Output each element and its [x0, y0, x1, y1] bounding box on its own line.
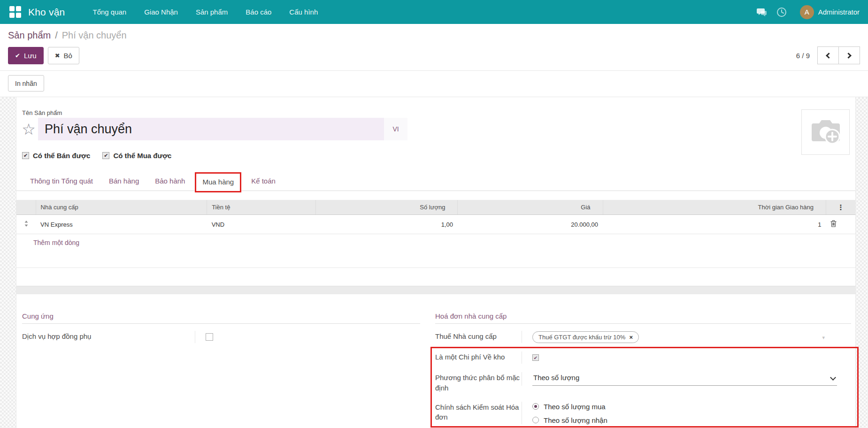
product-image-placeholder[interactable] — [801, 109, 850, 155]
tab-purchase[interactable]: Mua hàng — [195, 172, 241, 192]
add-line-link[interactable]: Thêm một dòng — [33, 239, 79, 246]
handle-column-header — [16, 200, 36, 215]
invoice-policy-radio-group: Theo số lượng mua Theo số lượng nhận — [532, 402, 607, 424]
landed-cost-field: Là một Chi phí Về kho ✔ — [435, 347, 851, 368]
cell-currency[interactable]: VND — [207, 215, 316, 234]
radio-selected-icon[interactable] — [532, 403, 539, 410]
breadcrumb-current: Phí vận chuyển — [62, 30, 127, 41]
cell-supplier[interactable]: VN Express — [36, 215, 207, 234]
split-method-label: Phương thức phân bổ mặc định — [435, 372, 522, 393]
split-method-select[interactable]: Theo số lượng — [532, 372, 837, 386]
subcontract-label: Dịch vụ hợp đồng phụ — [22, 331, 195, 342]
user-menu[interactable]: A Administrator — [800, 5, 860, 19]
menu-transfers[interactable]: Giao Nhận — [135, 0, 187, 24]
check-icon: ✔ — [15, 52, 20, 59]
column-header-supplier[interactable]: Nhà cung cấp — [36, 200, 207, 215]
top-navbar: Kho vận Tổng quan Giao Nhận Sản phẩm Báo… — [0, 0, 868, 24]
print-label-button[interactable]: In nhãn — [8, 75, 44, 92]
form-sheet: Tên Sản phẩm ☆ VI ✔ Có thể Bán được ✔ Có… — [16, 97, 856, 428]
form-view-background: Tên Sản phẩm ☆ VI ✔ Có thể Bán được ✔ Có… — [0, 97, 868, 428]
column-header-delivery[interactable]: Thời gian Giao hàng — [603, 200, 826, 215]
subcontract-checkbox[interactable] — [206, 333, 213, 341]
column-header-currency[interactable]: Tiền tệ — [207, 200, 316, 215]
radio-option-label[interactable]: Theo số lượng nhận — [544, 416, 607, 424]
translation-language-badge[interactable]: VI — [384, 118, 407, 140]
optional-columns-icon[interactable]: ⋮ — [826, 200, 855, 215]
chevron-left-icon — [826, 53, 832, 59]
tab-warranty[interactable]: Bảo hành — [147, 171, 193, 191]
radio-option-label[interactable]: Theo số lượng mua — [544, 403, 606, 411]
vendor-tax-field: Thuế Nhà cung cấp Thuế GTGT được khấu tr… — [435, 327, 851, 347]
chevron-right-icon — [845, 53, 852, 59]
can-sell-checkbox[interactable]: ✔ — [22, 152, 29, 159]
breadcrumb-parent[interactable]: Sản phẩm — [8, 30, 51, 41]
radio-unselected-icon[interactable] — [532, 417, 539, 423]
cell-delivery[interactable]: 1 — [603, 215, 826, 234]
procurement-section-title: Cung ứng — [22, 312, 420, 324]
bottom-field-groups: Cung ứng Dịch vụ hợp đồng phụ Hoá đơn nh… — [16, 312, 855, 428]
favorite-star-icon[interactable]: ☆ — [19, 122, 38, 137]
trash-icon — [830, 220, 837, 227]
product-name-row: ☆ VI — [19, 118, 855, 140]
notebook-tabs: Thông tin Tổng quát Bán hàng Bảo hành Mu… — [16, 170, 855, 191]
can-purchase-field: ✔ Có thể Mua được — [102, 152, 171, 160]
action-buttons-row: In nhãn — [0, 71, 868, 97]
user-name: Administrator — [818, 8, 860, 16]
pager: 6 / 9 — [796, 46, 860, 64]
radio-option-on-received[interactable]: Theo số lượng nhận — [532, 416, 607, 424]
apps-menu-icon[interactable] — [9, 6, 22, 18]
vendor-bills-group: Hoá đơn nhà cung cấp Thuế Nhà cung cấp T… — [435, 312, 851, 428]
tab-general-information[interactable]: Thông tin Tổng quát — [22, 171, 101, 191]
radio-option-on-ordered[interactable]: Theo số lượng mua — [532, 403, 607, 411]
camera-plus-icon — [809, 117, 843, 148]
can-purchase-checkbox[interactable]: ✔ — [102, 152, 109, 159]
messages-icon[interactable] — [754, 4, 770, 20]
vendor-pricelist-table: Nhà cung cấp Tiền tệ Số lượng Giá Thời g… — [16, 200, 855, 251]
tax-tag[interactable]: Thuế GTGT được khấu trừ 10% × — [532, 331, 639, 343]
close-icon: ✖ — [55, 52, 60, 59]
pager-count: 6 / 9 — [796, 52, 810, 60]
discard-button-label: Bỏ — [64, 52, 72, 60]
tab-sales[interactable]: Bán hàng — [101, 171, 147, 191]
sort-handle-icon — [24, 221, 28, 227]
invoice-policy-field: Chính sách Kiểm soát Hóa đơn Theo số lượ… — [435, 397, 851, 428]
menu-reporting[interactable]: Báo cáo — [237, 0, 280, 24]
menu-products[interactable]: Sản phẩm — [187, 0, 237, 24]
vendor-bills-section-title: Hoá đơn nhà cung cấp — [435, 312, 851, 324]
column-header-price[interactable]: Giá — [458, 200, 603, 215]
vendor-tax-label: Thuế Nhà cung cấp — [435, 331, 522, 342]
control-panel-buttons: ✔ Lưu ✖ Bỏ 6 / 9 — [0, 42, 868, 71]
delete-row-button[interactable] — [826, 215, 855, 234]
column-header-quantity[interactable]: Số lượng — [316, 200, 458, 215]
cell-quantity[interactable]: 1,00 — [316, 215, 458, 234]
menu-overview[interactable]: Tổng quan — [84, 0, 135, 24]
systray: A Administrator — [754, 4, 860, 20]
app-name[interactable]: Kho vận — [28, 7, 65, 18]
main-menu: Tổng quan Giao Nhận Sản phẩm Báo cáo Cấu… — [84, 0, 327, 24]
discard-button[interactable]: ✖ Bỏ — [48, 47, 79, 64]
product-type-checkboxes: ✔ Có thể Bán được ✔ Có thể Mua được — [22, 152, 855, 160]
split-method-value: Theo số lượng — [533, 374, 579, 382]
product-name-label: Tên Sản phẩm — [22, 109, 855, 116]
procurement-group: Cung ứng Dịch vụ hợp đồng phụ — [22, 312, 420, 428]
remove-tag-icon[interactable]: × — [629, 334, 633, 341]
tax-tag-label: Thuế GTGT được khấu trừ 10% — [538, 334, 625, 341]
tab-accounting[interactable]: Kế toán — [243, 171, 284, 191]
save-button[interactable]: ✔ Lưu — [8, 47, 44, 64]
landed-cost-checkbox[interactable]: ✔ — [532, 354, 539, 361]
landed-cost-label: Là một Chi phí Về kho — [435, 352, 522, 362]
product-name-input[interactable] — [38, 118, 384, 140]
cell-price[interactable]: 20.000,00 — [458, 215, 603, 234]
dropdown-caret-icon[interactable]: ▾ — [822, 335, 825, 341]
breadcrumb: Sản phẩm / Phí vận chuyển — [0, 24, 868, 42]
chevron-down-icon — [830, 374, 836, 381]
can-sell-label: Có thể Bán được — [33, 152, 90, 160]
add-line-row: Thêm một dòng — [16, 234, 855, 252]
pager-previous-button[interactable] — [817, 46, 839, 64]
row-drag-handle[interactable] — [16, 215, 36, 234]
can-purchase-label: Có thể Mua được — [113, 152, 171, 160]
menu-configuration[interactable]: Cấu hình — [280, 0, 327, 24]
activities-icon[interactable] — [774, 4, 790, 20]
list-empty-area — [16, 251, 855, 268]
pager-next-button[interactable] — [838, 46, 860, 64]
